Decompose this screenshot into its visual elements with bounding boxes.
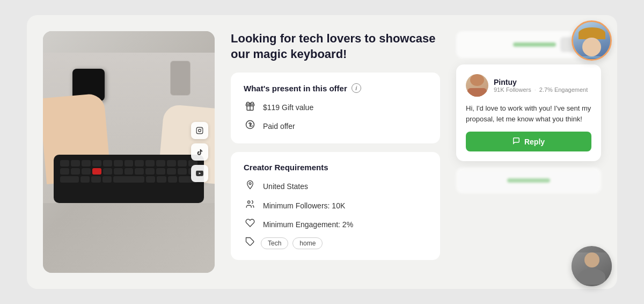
svg-point-1 [199, 129, 201, 132]
user-name: Pintuy [494, 78, 591, 86]
svg-point-8 [249, 183, 251, 185]
reply-button[interactable]: Reply [466, 132, 591, 151]
reply-button-label: Reply [524, 137, 545, 146]
right-section: Pintuy 91K Followers · 2.7% Engagement H… [456, 31, 601, 273]
gift-icon [244, 100, 257, 114]
content-section: Looking for tech lovers to showcase our … [231, 31, 440, 273]
engagement-rate: 2.7% Engagement [539, 86, 588, 93]
blurred-card-bottom [456, 168, 601, 193]
message-text: Hi, I'd love to work with you! I've sent… [466, 103, 591, 124]
user-info: Pintuy 91K Followers · 2.7% Engagement [494, 78, 591, 93]
user-row: Pintuy 91K Followers · 2.7% Engagement [466, 74, 591, 97]
tag-home[interactable]: home [292, 237, 323, 249]
tag-tech[interactable]: Tech [261, 237, 288, 249]
product-image [43, 31, 215, 273]
heart-icon [244, 218, 257, 230]
req-followers: Minimum Followers: 10K [244, 199, 427, 212]
creator-requirements-card: Creator Requirements United States [231, 152, 440, 260]
blurred-bar-2 [507, 178, 550, 183]
location-icon [244, 179, 257, 193]
user-avatar [466, 74, 488, 97]
tags-container: Tech home [261, 237, 323, 249]
user-stats: 91K Followers · 2.7% Engagement [494, 86, 591, 93]
stats-separator: · [535, 86, 536, 93]
corner-avatar-bottom [572, 246, 612, 286]
offer-title: Looking for tech lovers to showcase our … [231, 31, 440, 62]
people-icon [244, 199, 257, 212]
blurred-bar-1 [513, 42, 556, 47]
product-image-section [43, 31, 215, 273]
reply-icon [513, 137, 520, 146]
followers-count: 91K Followers [494, 86, 531, 93]
offer-item-paid: Paid offer [244, 119, 427, 133]
dollar-circle-icon [244, 119, 257, 133]
corner-avatar-top-image [573, 22, 610, 59]
whats-present-card: What's present in this offer i $119 Gift… [231, 73, 440, 143]
req-tags: Tech home [244, 237, 427, 249]
main-container: Looking for tech lovers to showcase our … [27, 15, 617, 289]
tiktok-icon[interactable] [191, 143, 208, 161]
social-icons-overlay [191, 122, 208, 182]
instagram-icon[interactable] [191, 122, 208, 139]
corner-avatar-top [572, 20, 612, 61]
svg-rect-0 [196, 127, 203, 134]
svg-point-9 [248, 201, 251, 204]
whats-present-title: What's present in this offer i [244, 83, 427, 93]
info-icon[interactable]: i [352, 83, 361, 93]
tag-icon [244, 237, 257, 249]
req-engagement: Minimum Engagement: 2% [244, 218, 427, 230]
svg-point-2 [201, 128, 202, 129]
offer-item-gift: $119 Gift value [244, 100, 427, 114]
req-location: United States [244, 179, 427, 193]
creator-requirements-title: Creator Requirements [244, 163, 427, 172]
message-card: Pintuy 91K Followers · 2.7% Engagement H… [456, 64, 601, 161]
youtube-icon[interactable] [191, 165, 208, 182]
